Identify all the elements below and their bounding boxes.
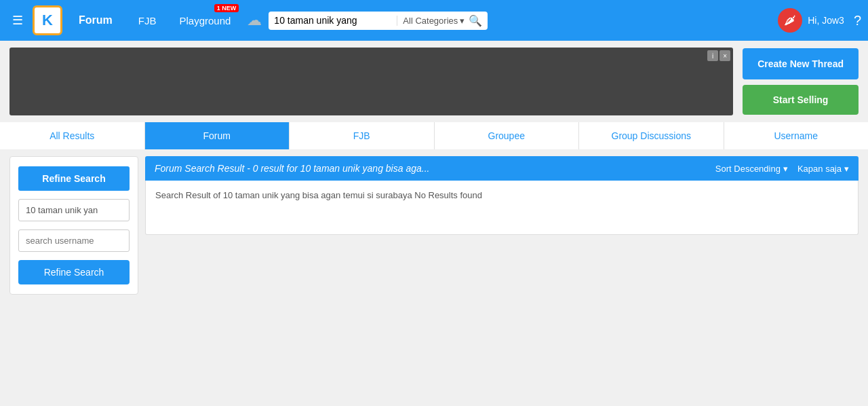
sort-descending-btn[interactable]: Sort Descending ▾ — [715, 164, 788, 174]
results-subtitle-italic: 10 taman unik yang bisa aga... — [300, 163, 430, 174]
tab-username[interactable]: Username — [724, 122, 869, 149]
chevron-down-icon: ▾ — [460, 16, 465, 26]
results-header: Forum Search Result - 0 result for 10 ta… — [145, 156, 859, 181]
avatar: 🌶 — [778, 8, 802, 33]
time-filter-btn[interactable]: Kapan saja ▾ — [797, 164, 849, 174]
playground-badge: 1 NEW — [214, 4, 239, 12]
tabs-row: All Results Forum FJB Groupee Group Disc… — [0, 122, 868, 149]
ad-banner: i × — [9, 48, 733, 115]
refine-panel: Refine Search Refine Search — [9, 156, 138, 295]
results-body: Search Result of 10 taman unik yang bisa… — [145, 181, 859, 235]
user-greeting: Hi, Jow3 — [808, 15, 844, 26]
tab-fjb[interactable]: FJB — [290, 122, 435, 149]
results-layout: Refine Search Refine Search Forum Search… — [0, 149, 868, 301]
ad-close-btn[interactable]: × — [719, 50, 730, 61]
cloud-icon: ☁ — [244, 12, 264, 29]
tab-groupee[interactable]: Groupee — [435, 122, 580, 149]
help-icon[interactable]: ? — [854, 13, 861, 29]
create-thread-button[interactable]: Create New Thread — [743, 48, 859, 79]
refine-search-header[interactable]: Refine Search — [18, 166, 130, 191]
logo[interactable]: K — [33, 5, 62, 35]
refine-button[interactable]: Refine Search — [18, 260, 130, 284]
refine-search-input[interactable] — [18, 199, 130, 221]
ad-row: i × Create New Thread Start Selling — [0, 41, 868, 122]
menu-icon[interactable]: ☰ — [7, 13, 28, 28]
action-buttons: Create New Thread Start Selling — [743, 48, 859, 115]
search-category-dropdown[interactable]: All Categories ▾ — [397, 16, 465, 26]
results-subtitle-static: - 0 result for — [244, 163, 300, 174]
results-panel: Forum Search Result - 0 result for 10 ta… — [145, 156, 859, 295]
ad-controls: i × — [707, 50, 730, 61]
navbar: ☰ K Forum FJB Playground 1 NEW ☁ All Cat… — [0, 0, 868, 41]
tab-group-discussions[interactable]: Group Discussions — [579, 122, 724, 149]
search-bar: All Categories ▾ 🔍 — [269, 12, 488, 30]
no-results-text: Search Result of 10 taman unik yang bisa… — [155, 190, 482, 200]
start-selling-button[interactable]: Start Selling — [743, 85, 859, 115]
nav-forum[interactable]: Forum — [66, 0, 125, 41]
navbar-right: 🌶 Hi, Jow3 ? — [778, 8, 861, 33]
user-info[interactable]: 🌶 Hi, Jow3 — [778, 8, 844, 33]
chevron-down-icon: ▾ — [844, 164, 849, 174]
search-submit-icon[interactable]: 🔍 — [469, 14, 482, 27]
search-input[interactable] — [274, 15, 393, 26]
tab-forum[interactable]: Forum — [145, 122, 290, 149]
tab-all-results[interactable]: All Results — [0, 122, 145, 149]
nav-fjb[interactable]: FJB — [129, 0, 166, 41]
chevron-down-icon: ▾ — [783, 164, 788, 174]
ad-info-btn[interactable]: i — [707, 50, 718, 61]
results-sort: Sort Descending ▾ Kapan saja ▾ — [715, 164, 849, 174]
refine-username-input[interactable] — [18, 229, 130, 252]
nav-playground[interactable]: Playground 1 NEW — [170, 0, 240, 41]
main-content: i × Create New Thread Start Selling All … — [0, 41, 868, 301]
results-title: Forum Search Result - 0 result for 10 ta… — [155, 163, 429, 174]
results-title-label: Forum Search Result — [155, 163, 244, 174]
